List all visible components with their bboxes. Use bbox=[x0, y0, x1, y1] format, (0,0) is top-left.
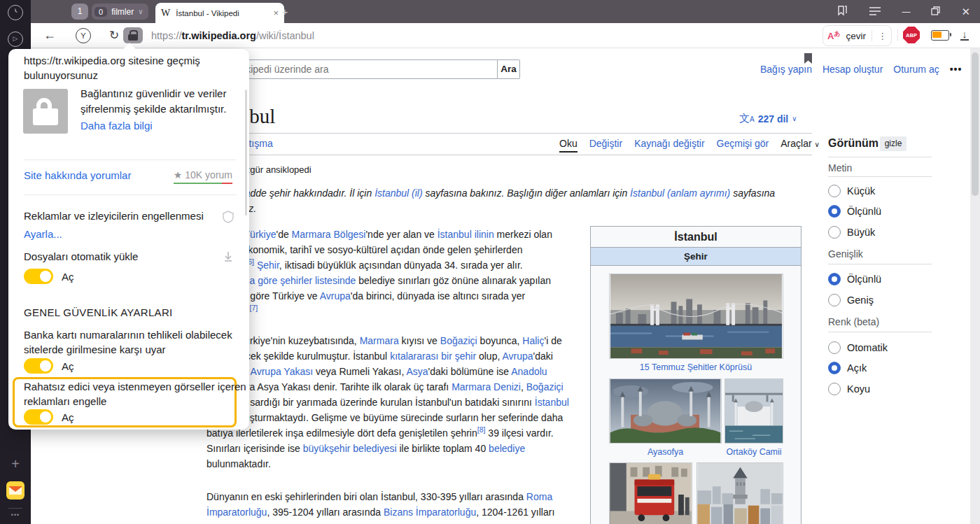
history-clock-icon[interactable] bbox=[0, 5, 31, 20]
radio-icon[interactable] bbox=[828, 383, 841, 395]
wiki-link[interactable]: İmparatorluğu bbox=[206, 507, 267, 518]
wiki-link[interactable]: Boğaziçi bbox=[526, 381, 564, 392]
login-link[interactable]: Oturum aç bbox=[893, 64, 939, 75]
radio-icon[interactable] bbox=[828, 294, 841, 306]
wiki-link[interactable]: Haliç bbox=[522, 335, 544, 346]
galata-photo[interactable] bbox=[696, 462, 783, 524]
radio-icon[interactable] bbox=[828, 185, 841, 197]
radio-color-auto[interactable]: Otomatik bbox=[828, 340, 888, 355]
more-options-icon[interactable]: ••• bbox=[950, 64, 962, 75]
wiki-link[interactable]: Avrupa bbox=[502, 350, 533, 362]
wiki-link[interactable]: büyükşehir belediyesi bbox=[303, 443, 397, 454]
site-info-popup: https://tr.wikipedia.org sitesine geçmiş… bbox=[8, 49, 249, 430]
browser-logo-icon[interactable]: Y bbox=[76, 23, 91, 48]
bridge-photo[interactable] bbox=[609, 274, 783, 359]
autoload-toggle[interactable] bbox=[24, 269, 53, 284]
wiki-link[interactable]: belediye bbox=[489, 443, 525, 454]
bookmarks-panel-icon[interactable] bbox=[836, 5, 848, 19]
hide-button[interactable]: gizle bbox=[880, 136, 906, 151]
wiki-link[interactable]: Marmara Bölgesi bbox=[292, 229, 366, 240]
tab-group-filmler[interactable]: 0 filmler ∨ bbox=[92, 3, 148, 20]
add-panel-button[interactable]: + bbox=[0, 456, 31, 472]
ayasofya-photo[interactable] bbox=[609, 378, 722, 444]
site-lock-badge[interactable] bbox=[123, 27, 143, 43]
popup-scrollbar[interactable] bbox=[245, 90, 247, 215]
wiki-link[interactable]: Boğaziçi bbox=[440, 335, 477, 346]
image-caption[interactable]: 15 Temmuz Şehitler Köprüsü bbox=[591, 362, 801, 372]
radio-icon[interactable] bbox=[828, 341, 841, 354]
radio-icon-selected[interactable] bbox=[828, 273, 841, 285]
new-tab-button[interactable]: + bbox=[279, 6, 291, 18]
menu-icon[interactable] bbox=[869, 6, 881, 18]
block-images-toggle[interactable] bbox=[24, 409, 53, 425]
wiki-link[interactable]: Şehir bbox=[257, 260, 279, 271]
kebab-icon[interactable]: ⋮ bbox=[878, 31, 887, 41]
tram-photo[interactable] bbox=[609, 462, 692, 524]
active-tab[interactable]: W İstanbul - Vikipedi × bbox=[155, 3, 284, 23]
back-button[interactable]: ← bbox=[43, 23, 56, 48]
wiki-link[interactable]: İstanbul (anlam ayrımı) bbox=[630, 187, 730, 199]
tab-read[interactable]: Oku bbox=[559, 138, 578, 153]
image-caption[interactable]: Ortaköy Camii bbox=[724, 447, 783, 457]
wiki-link[interactable]: İstanbul ilinin bbox=[438, 229, 494, 240]
ortakoy-photo[interactable] bbox=[724, 378, 783, 444]
radio-color-dark[interactable]: Koyu bbox=[828, 381, 870, 397]
wiki-link[interactable]: Avrupa bbox=[320, 290, 351, 302]
refresh-button[interactable]: ↻ bbox=[109, 23, 119, 48]
radio-icon-selected[interactable] bbox=[828, 362, 841, 374]
more-dots-icon[interactable]: ••• bbox=[0, 511, 31, 518]
wiki-link[interactable]: Asya bbox=[406, 366, 428, 377]
translate-button[interactable]: çevir bbox=[846, 31, 867, 41]
url-host: tr.wikipedia.org bbox=[182, 30, 256, 41]
abp-extension-icon[interactable]: ABP bbox=[903, 27, 920, 43]
create-account-link[interactable]: Hesap oluştur bbox=[822, 64, 883, 75]
wiki-link[interactable]: Marmara Denizi bbox=[451, 381, 521, 392]
tab-edit[interactable]: Değiştir bbox=[589, 138, 622, 153]
minimize-button[interactable]: — bbox=[902, 7, 910, 17]
tab-counter-badge[interactable]: 1 bbox=[71, 3, 88, 20]
bookmark-icon[interactable] bbox=[804, 52, 813, 64]
search-input[interactable] bbox=[210, 59, 497, 79]
restore-button[interactable] bbox=[931, 6, 940, 18]
wiki-link[interactable]: Anadolu bbox=[511, 366, 547, 377]
radio-width-standard[interactable]: Ölçünlü bbox=[828, 271, 881, 287]
radio-icon[interactable] bbox=[828, 226, 841, 239]
search-button[interactable]: Ara bbox=[497, 59, 520, 79]
wiki-link[interactable]: İstanbul bbox=[535, 397, 569, 408]
wiki-link[interactable]: Marmara bbox=[360, 335, 399, 346]
reference-link[interactable]: [7] bbox=[249, 304, 258, 312]
donate-link[interactable]: Bağış yapın bbox=[760, 64, 812, 75]
card-warning-toggle[interactable] bbox=[24, 358, 53, 374]
configure-link[interactable]: Ayarla... bbox=[24, 228, 62, 240]
yandex-mail-icon[interactable] bbox=[0, 481, 31, 502]
group-label: filmler bbox=[111, 7, 134, 17]
reference-link[interactable]: [8] bbox=[477, 425, 486, 434]
radio-text-small[interactable]: Küçük bbox=[828, 183, 875, 199]
tab-edit-source[interactable]: Kaynağı değiştir bbox=[634, 138, 704, 153]
close-tab-icon[interactable]: × bbox=[273, 8, 279, 18]
radio-text-standard[interactable]: Ölçünlü bbox=[828, 204, 881, 219]
close-window-button[interactable]: ✕ bbox=[961, 6, 970, 18]
toggle-state-label: Aç bbox=[62, 411, 74, 423]
wiki-link[interactable]: Bizans İmparatorluğu bbox=[384, 507, 476, 518]
image-caption[interactable]: Ayasofya bbox=[609, 447, 722, 457]
site-reviews-link[interactable]: Site hakkında yorumlar bbox=[24, 169, 131, 181]
radio-color-light[interactable]: Açık bbox=[828, 360, 867, 376]
address-url[interactable]: https://tr.wikipedia.org/wiki/İstanbul bbox=[151, 23, 314, 48]
tab-history[interactable]: Geçmişi gör bbox=[717, 138, 769, 153]
wiki-link[interactable]: Avrupa Yakası bbox=[251, 366, 314, 377]
wiki-link[interactable]: kıtalararası bir şehir bbox=[390, 350, 476, 362]
radio-width-wide[interactable]: Geniş bbox=[828, 292, 874, 308]
site-rating[interactable]: ★ 10K yorum bbox=[174, 169, 232, 180]
wiki-link[interactable]: İstanbul (il) bbox=[374, 187, 422, 199]
page-scrollbar-thumb[interactable] bbox=[972, 52, 979, 196]
wiki-link[interactable]: Roma bbox=[526, 491, 552, 502]
battery-icon[interactable] bbox=[931, 30, 949, 41]
language-selector[interactable]: 文A 227 dil ∨ bbox=[739, 112, 797, 125]
radio-icon-selected[interactable] bbox=[828, 205, 841, 218]
more-info-link[interactable]: Daha fazla bilgi bbox=[80, 120, 153, 132]
radio-text-large[interactable]: Büyük bbox=[828, 225, 875, 240]
sidebar-panel-icon[interactable]: ▷ bbox=[0, 31, 31, 47]
tab-tools[interactable]: Araçlar ∨ bbox=[780, 138, 820, 153]
download-icon[interactable]: ↓ bbox=[960, 23, 969, 48]
